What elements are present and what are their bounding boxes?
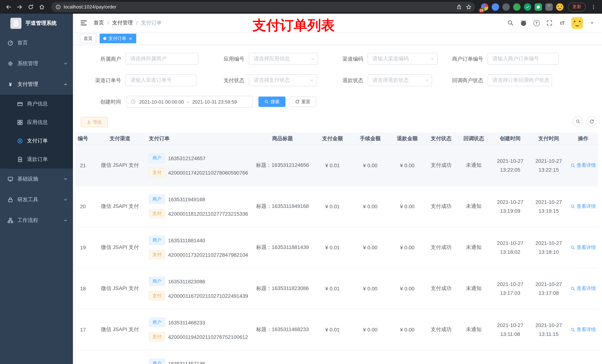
search-submit-button[interactable]: 搜索: [258, 96, 285, 107]
create-time-range-picker[interactable]: 2021-10-01 00:00:00 - 2021-10-31 23:59:5…: [127, 96, 252, 108]
refresh-table-button[interactable]: [586, 116, 597, 126]
sidebar-item-dev-tools[interactable]: 研发工具: [0, 189, 73, 210]
user-avatar[interactable]: [571, 17, 583, 29]
ext-colorful-icon[interactable]: 10: [481, 3, 488, 10]
cell-id: 19: [75, 227, 91, 268]
cell-refund: ¥ 0.00: [389, 268, 426, 309]
toggle-search-button[interactable]: [573, 116, 583, 126]
question-icon: ?: [533, 20, 540, 26]
download-icon: [87, 120, 91, 124]
cell-pay-time: [529, 350, 568, 364]
sidebar-logo[interactable]: 芋道管理系统: [0, 14, 73, 32]
ext-chat-icon[interactable]: [535, 3, 542, 10]
sidebar-item-infra[interactable]: 基础设施: [0, 169, 73, 189]
merchant-order-no-input[interactable]: 请输入商户订单编号: [488, 53, 559, 65]
merchant-input[interactable]: 请选择所属商户: [126, 53, 198, 65]
fullscreen-button[interactable]: [545, 19, 553, 27]
bookmark-button[interactable]: [464, 2, 473, 12]
grid-icon: [17, 119, 23, 125]
app-select[interactable]: 请选择应用信息: [249, 53, 318, 65]
browser-update-button[interactable]: 更新: [568, 2, 586, 11]
font-size-button[interactable]: tT: [558, 19, 567, 27]
browser-reload-button[interactable]: [25, 1, 36, 12]
record-circle-icon: [17, 138, 23, 144]
github-button[interactable]: [519, 19, 527, 27]
ext-blue-icon[interactable]: [492, 3, 499, 10]
cell-create-time: 2021-10-2713:11:08: [491, 309, 529, 350]
cell-actions: 查看详情: [568, 186, 598, 227]
view-detail-link[interactable]: 查看详情: [570, 285, 596, 292]
sidebar-item-workflow[interactable]: 工作流程: [0, 210, 73, 231]
channel-order-no: 4200001167202110271022491439: [168, 293, 248, 299]
pay-status-select[interactable]: 请选择支付状态: [249, 74, 317, 86]
col-title: 商品标题: [252, 132, 313, 145]
reset-button[interactable]: 重置: [289, 96, 316, 107]
sidebar-item-pay[interactable]: ¥ 支付管理: [0, 74, 73, 95]
view-detail-link[interactable]: 查看详情: [570, 162, 596, 169]
sidebar-item-app-info[interactable]: 应用信息: [0, 113, 73, 132]
home-icon: [39, 3, 45, 10]
merchant-tag: 商户: [149, 318, 165, 327]
channel-order-no-input[interactable]: 请输入渠道订单号: [126, 74, 197, 86]
view-detail-link[interactable]: 查看详情: [570, 203, 596, 210]
channel-code-select[interactable]: 请输入渠道编码: [368, 53, 438, 65]
sidebar-item-merchant-info[interactable]: 商户信息: [0, 95, 73, 113]
cell-pay-order: 商户1635311949168 支付4200001181202110277723…: [149, 186, 252, 227]
ext-check-icon[interactable]: [524, 3, 531, 10]
table-row: 17 微信 JSAPI 支付 商户1635311468233 支付4200001…: [75, 309, 598, 350]
refund-status-select[interactable]: 请选择退款状态: [368, 74, 432, 86]
table-row: 21 微信 JSAPI 支付 商户1635312124657 支付4200001…: [75, 145, 598, 186]
caret-down-icon: [590, 21, 594, 25]
date-end[interactable]: 2021-10-31 23:59:59: [192, 99, 237, 104]
sidebar-item-refund-order[interactable]: 退款订单: [0, 150, 73, 169]
tab-home[interactable]: 首页: [80, 34, 96, 43]
cell-fee: ¥ 0.00: [352, 227, 389, 268]
site-info-icon[interactable]: [55, 4, 61, 10]
cell-amount: ¥ 0.01: [313, 268, 352, 309]
breadcrumb-pay-mgmt[interactable]: 支付管理: [112, 20, 133, 26]
col-id: 编号: [75, 132, 91, 145]
sidebar-item-home[interactable]: 首页: [0, 32, 73, 53]
help-button[interactable]: ?: [532, 19, 540, 27]
avatar-menu-button[interactable]: [588, 19, 596, 27]
yen-icon: ¥: [7, 81, 13, 87]
hamburger-button[interactable]: [80, 19, 88, 27]
tab-pay-order[interactable]: 支付订单: [100, 34, 136, 43]
cell-status: 支付成功: [426, 268, 456, 309]
browser-back-button[interactable]: [3, 1, 14, 12]
github-icon: [520, 19, 527, 27]
col-notify: 回调状态: [456, 132, 491, 145]
export-button[interactable]: 导出: [81, 117, 108, 127]
url-text[interactable]: localhost:1024/pay/order: [64, 4, 454, 10]
share-button[interactable]: [454, 2, 464, 12]
sidebar-item-pay-order[interactable]: 支付订单: [0, 132, 73, 150]
browser-menu-button[interactable]: [588, 1, 599, 12]
cell-amount: ¥ 0.01: [313, 186, 352, 227]
cell-notify: [456, 350, 491, 364]
close-icon[interactable]: [129, 36, 133, 41]
cell-fee: [352, 350, 389, 364]
merchant-tag: 商户: [149, 277, 165, 286]
ext-emoji-icon[interactable]: [556, 3, 563, 10]
export-button-label: 导出: [93, 119, 102, 125]
navbar-actions: ? tT: [506, 17, 596, 29]
cell-channel: 微信 JSAPI 支付: [91, 186, 149, 227]
channel-order-no: 4200001181202110277723215336: [168, 211, 248, 217]
date-start[interactable]: 2021-10-01 00:00:00: [139, 99, 184, 104]
breadcrumb-home[interactable]: 首页: [94, 20, 104, 26]
address-bar[interactable]: localhost:1024/pay/order: [51, 2, 475, 12]
search-button[interactable]: [506, 19, 515, 27]
ext-dark-icon[interactable]: [502, 3, 510, 10]
view-detail-link[interactable]: 查看详情: [570, 244, 596, 251]
filter-label-refund-status: 退款状态: [315, 74, 363, 86]
extensions-puzzle-icon[interactable]: [545, 3, 553, 10]
sidebar-item-system[interactable]: 系统管理: [0, 53, 73, 74]
placeholder-text: 请选择应用信息: [254, 55, 290, 62]
browser-forward-button[interactable]: [14, 1, 25, 12]
browser-home-button[interactable]: [36, 1, 47, 12]
ext-green-icon[interactable]: [513, 3, 521, 10]
cell-title: 标题：1635311468233: [252, 309, 313, 350]
view-detail-link[interactable]: 查看详情: [570, 326, 596, 333]
pay-tag: 支付: [149, 168, 165, 177]
notify-status-select[interactable]: 请选择订单回调商户状态: [488, 74, 552, 86]
